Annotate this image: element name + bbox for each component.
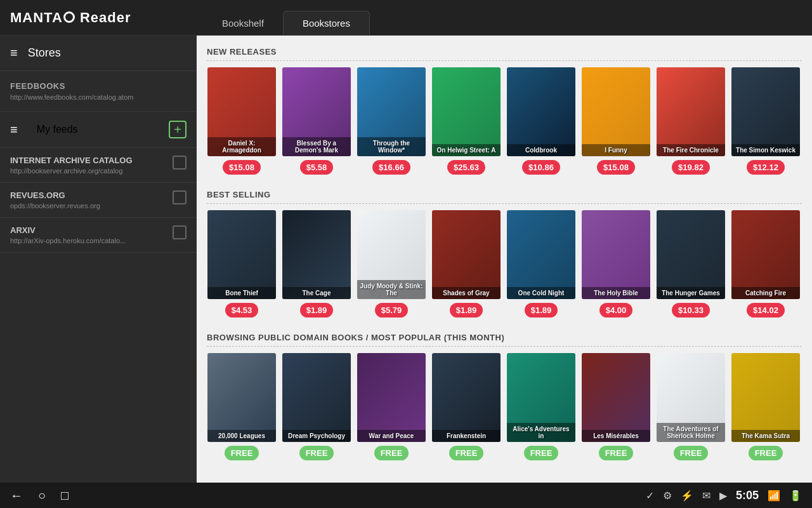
sidebar: ≡ Stores FEEDBOOKS http://www.feedbooks.… [0,36,197,483]
book-cover: The Adventures of Sherlock Holme [657,353,725,442]
feed-checkbox-revues[interactable] [173,190,187,204]
book-price: $5.58 [300,160,334,175]
feed-checkbox-arxiv[interactable] [173,225,187,239]
battery-icon: 🔋 [789,490,802,502]
book-title: Coldbrook [507,144,575,156]
book-item[interactable]: Daniel X: Armageddon$15.08 [207,67,277,175]
public-domain-section: BROWSING PUBLIC DOMAIN BOOKS / MOST POPU… [207,328,802,460]
book-cover: Judy Moody & Stink: The [357,210,426,299]
book-item[interactable]: War and PeaceFREE [357,353,426,460]
book-item[interactable]: One Cold Night$1.89 [506,210,576,318]
book-item[interactable]: Through the Window*$16.66 [357,67,426,175]
book-price: FREE [449,446,484,460]
right-content: NEW RELEASES Daniel X: Armageddon$15.08B… [197,36,812,483]
back-button[interactable]: ← [10,488,23,503]
book-item[interactable]: Blessed By a Demon's Mark$5.58 [282,67,351,175]
book-item[interactable]: Bone Thief$4.53 [207,210,277,318]
sidebar-stores-header: ≡ Stores [0,36,197,71]
best-selling-section: BEST SELLING Bone Thief$4.53The Cage$1.8… [207,185,802,318]
book-cover: On Helwig Street: A [432,67,501,156]
book-price: $14.02 [747,303,785,318]
book-cover: Shades of Gray [432,210,501,299]
email-icon: ✉ [702,490,710,502]
feed-item-internet-archive[interactable]: INTERNET ARCHIVE CATALOG http://bookserv… [0,148,197,183]
book-item[interactable]: Les MisérablesFREE [581,353,651,460]
book-item[interactable]: FrankensteinFREE [431,353,501,460]
status-nav: ← ○ □ [10,488,69,503]
book-price: $19.82 [672,160,710,175]
myfeeds-left: ≡ My feeds [10,123,78,137]
new-releases-section: NEW RELEASES Daniel X: Armageddon$15.08B… [207,42,802,175]
feedbooks-url: http://www.feedbooks.com/catalog.atom [10,93,187,101]
book-title: The Hunger Games [657,287,725,299]
recents-button[interactable]: □ [61,488,69,503]
myfeeds-hamburger[interactable]: ≡ [10,123,18,137]
book-price: $12.12 [747,160,785,175]
book-item[interactable]: The Holy Bible$4.00 [581,210,651,318]
tab-bookshelf[interactable]: Bookshelf [203,11,283,35]
book-title: The Holy Bible [582,287,650,299]
feed-name-arxiv: ARXIV [10,225,166,235]
book-item[interactable]: The Fire Chronicle$19.82 [656,67,726,175]
feed-url-internet-archive: http://bookserver.archive.org/catalog [10,167,166,175]
book-item[interactable]: On Helwig Street: A$25.63 [431,67,501,175]
new-releases-books-row: Daniel X: Armageddon$15.08Blessed By a D… [207,67,802,175]
book-item[interactable]: Coldbrook$10.86 [506,67,576,175]
book-price: $25.63 [447,160,485,175]
book-title: Blessed By a Demon's Mark [282,137,351,156]
feedbooks-name: FEEDBOOKS [10,81,187,91]
book-item[interactable]: Alice's Adventures inFREE [506,353,576,460]
book-cover: 20,000 Leagues [207,353,276,442]
best-selling-books-row: Bone Thief$4.53The Cage$1.89Judy Moody &… [207,210,802,318]
book-price: $4.53 [225,303,259,318]
book-cover: Blessed By a Demon's Mark [282,67,351,156]
book-title: War and Peace [357,430,426,442]
book-title: The Simon Keswick [731,144,800,156]
book-cover: Through the Window* [357,67,426,156]
book-title: The Cage [282,287,351,299]
book-cover: Frankenstein [432,353,501,442]
book-item[interactable]: The Simon Keswick$12.12 [731,67,801,175]
book-item[interactable]: The Adventures of Sherlock HolmeFREE [656,353,726,460]
book-item[interactable]: Catching Fire$14.02 [731,210,801,318]
book-price: $15.08 [223,160,261,175]
book-cover: The Cage [282,210,351,299]
best-selling-title: BEST SELLING [207,185,802,204]
book-item[interactable]: I Funny$15.08 [581,67,651,175]
book-price: FREE [374,446,409,460]
feed-name-revues: REVUES.ORG [10,190,166,200]
book-cover: One Cold Night [507,210,575,299]
hamburger-icon[interactable]: ≡ [10,46,18,60]
book-item[interactable]: Dream PsychologyFREE [282,353,351,460]
feed-item-revues[interactable]: REVUES.ORG opds://bookserver.revues.org [0,183,197,218]
book-cover: The Simon Keswick [731,67,800,156]
wifi-icon: 📶 [768,490,780,502]
book-title: Bone Thief [207,287,276,299]
book-item[interactable]: Shades of Gray$1.89 [431,210,501,318]
home-button[interactable]: ○ [38,488,46,503]
book-price: $5.79 [375,303,409,318]
feed-name-internet-archive: INTERNET ARCHIVE CATALOG [10,156,166,165]
tab-bookstores[interactable]: Bookstores [283,11,370,35]
book-price: $1.89 [525,303,558,318]
tab-bar: Bookshelf Bookstores [197,0,370,35]
usb-icon: ⚡ [681,490,693,502]
book-item[interactable]: Judy Moody & Stink: The$5.79 [357,210,426,318]
book-price: FREE [225,446,259,460]
feed-checkbox-internet-archive[interactable] [173,156,187,170]
feedbooks-section: FEEDBOOKS http://www.feedbooks.com/catal… [0,71,197,112]
public-domain-title: BROWSING PUBLIC DOMAIN BOOKS / MOST POPU… [207,328,802,347]
book-cover: Dream Psychology [282,353,351,442]
add-feed-button[interactable]: + [169,121,187,138]
public-domain-books-row: 20,000 LeaguesFREEDream PsychologyFREEWa… [207,353,802,460]
book-title: Alice's Adventures in [507,423,575,442]
book-item[interactable]: The Hunger Games$10.33 [656,210,726,318]
book-price: FREE [749,446,783,460]
feed-item-arxiv[interactable]: ARXIV http://arXiv-opds.heroku.com/catal… [0,218,197,253]
book-item[interactable]: 20,000 LeaguesFREE [207,353,277,460]
book-cover: The Hunger Games [657,210,725,299]
book-cover: I Funny [582,67,650,156]
book-item[interactable]: The Kama SutraFREE [731,353,801,460]
book-item[interactable]: The Cage$1.89 [282,210,351,318]
book-cover: The Fire Chronicle [657,67,725,156]
